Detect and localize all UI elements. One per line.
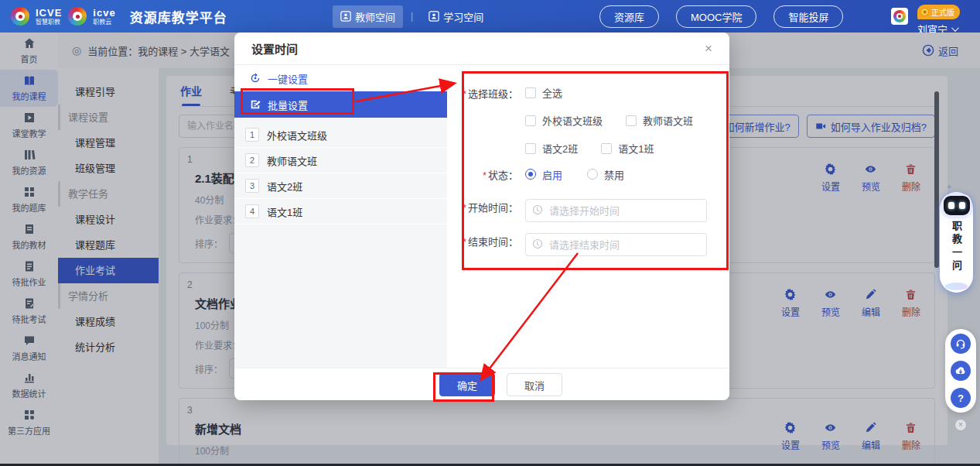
quick-panel-close-icon[interactable]: ×	[954, 419, 967, 431]
student-space-label: 学习空间	[443, 9, 483, 24]
refresh-circle-icon	[250, 73, 261, 84]
required-mark: *	[463, 202, 466, 214]
logo1-title: ICVE	[36, 8, 62, 18]
teacher-space-label: 教师空间	[355, 9, 395, 24]
status-disabled-radio[interactable]: 禁用	[587, 166, 624, 182]
user-account-area: ★ 正式版 刘宵宁	[917, 3, 960, 36]
dialog-title: 设置时间	[251, 40, 298, 57]
logo2-title: icve	[93, 8, 115, 18]
smart-cast-button[interactable]: 智能投屏	[773, 5, 843, 28]
class-checkbox-jiaoshi[interactable]: 教师语文班	[626, 113, 693, 128]
mini-app-icon[interactable]	[891, 8, 908, 25]
status-label: *状态：	[453, 166, 518, 182]
menu-label: 一键设置	[268, 71, 308, 86]
checkbox-icon	[626, 115, 637, 126]
robot-wave-decoration	[945, 283, 968, 290]
resource-library-button[interactable]: 资源库	[599, 5, 659, 28]
space-switch-nav: 教师空间 | 学习空间	[333, 0, 491, 33]
sparkle-icon: ✦	[946, 183, 952, 191]
end-time-label: *结束时间：	[453, 233, 518, 256]
select-class-label: *选择班级：	[453, 85, 518, 156]
checkbox-icon	[525, 115, 536, 126]
chevron-down-icon	[951, 24, 959, 32]
dialog-header: 设置时间 ×	[234, 33, 729, 65]
document-edit-icon	[250, 99, 261, 110]
class-number-badge: 3	[245, 179, 259, 193]
set-time-dialog: 设置时间 × 一键设置 批量设置 1 外校语文班级	[234, 33, 729, 400]
class-list-item[interactable]: 2 教师语文班	[234, 148, 447, 173]
app-window: ICVE 智慧职教 icve 职教云 资源库教学平台 教师空间 | 学习空间 资…	[0, 0, 980, 466]
class-checkbox-yuwen2[interactable]: 语文2班	[525, 141, 578, 156]
mini-swirl-icon	[893, 10, 906, 22]
dialog-footer: 确定 取消	[234, 368, 729, 400]
class-name: 语文2班	[267, 179, 302, 194]
platform-title: 资源库教学平台	[130, 7, 227, 26]
quick-tools-panel: ?	[945, 329, 976, 413]
icve-swirl-logo-icon	[11, 7, 29, 26]
status-enabled-radio[interactable]: 启用	[525, 166, 562, 182]
dialog-left-menu: 一键设置 批量设置 1 外校语文班级 2 教师语文班 3	[234, 65, 447, 368]
class-list-item[interactable]: 4 语文1班	[234, 199, 447, 224]
download-button[interactable]	[951, 361, 971, 381]
question-mark-icon: ?	[958, 392, 964, 404]
teacher-space-button[interactable]: 教师空间	[333, 5, 403, 28]
radio-label: 启用	[542, 167, 562, 182]
checkbox-icon	[601, 143, 612, 154]
confirm-button[interactable]: 确定	[439, 373, 495, 396]
clock-icon	[532, 238, 543, 249]
radio-label: 禁用	[604, 167, 624, 182]
one-key-setting-item[interactable]: 一键设置	[234, 65, 447, 91]
checkbox-label: 教师语文班	[643, 113, 693, 128]
class-list-item[interactable]: 1 外校语文班级	[234, 122, 447, 148]
space-divider: |	[411, 11, 413, 22]
checkbox-icon	[525, 87, 536, 98]
close-icon[interactable]: ×	[705, 42, 712, 55]
class-name: 语文1班	[267, 204, 302, 219]
class-checkbox-waixiao[interactable]: 外校语文班级	[525, 113, 603, 128]
class-name: 教师语文班	[267, 153, 317, 168]
clock-icon	[532, 204, 543, 215]
start-time-input[interactable]	[525, 199, 707, 222]
header-pill-nav: 资源库 MOOC学院 智能投屏	[599, 0, 843, 33]
start-time-label: *开始时间：	[453, 199, 518, 222]
assistant-widget[interactable]: ✦ 职教一问	[940, 192, 973, 293]
radio-icon	[587, 169, 598, 180]
select-all-checkbox[interactable]: 全选	[525, 85, 562, 100]
customer-service-button[interactable]	[951, 334, 971, 354]
robot-face-icon	[944, 196, 970, 215]
class-checkbox-yuwen1[interactable]: 语文1班	[601, 141, 654, 156]
batch-setting-item[interactable]: 批量设置	[234, 91, 447, 118]
checkbox-label: 全选	[542, 85, 562, 100]
brand-logos: ICVE 智慧职教 icve 职教云 资源库教学平台	[11, 7, 227, 26]
zhijiaoyun-swirl-logo-icon	[68, 7, 87, 26]
end-time-input[interactable]	[525, 233, 707, 256]
version-badge: ★ 正式版	[917, 5, 960, 19]
checkbox-label: 外校语文班级	[542, 113, 603, 128]
help-button[interactable]: ?	[951, 388, 971, 408]
medal-icon: ★	[920, 8, 929, 16]
student-space-button[interactable]: 学习空间	[421, 5, 491, 28]
top-header: ICVE 智慧职教 icve 职教云 资源库教学平台 教师空间 | 学习空间 资…	[0, 0, 980, 33]
version-badge-label: 正式版	[931, 6, 954, 18]
checkbox-label: 语文1班	[618, 141, 654, 156]
radio-selected-icon	[525, 169, 536, 180]
menu-label: 批量设置	[268, 98, 308, 112]
icve-logo-text: ICVE 智慧职教	[36, 8, 62, 26]
student-space-icon	[429, 11, 439, 22]
class-list-item[interactable]: 3 语文2班	[234, 173, 447, 199]
cancel-button[interactable]: 取消	[507, 373, 562, 396]
robot-eye	[948, 202, 954, 209]
batch-setting-form: *选择班级： 全选 外校语文班级	[447, 65, 729, 368]
required-mark: *	[463, 88, 466, 100]
zhijiaoyun-logo-text: icve 职教云	[93, 8, 115, 26]
class-name: 外校语文班级	[267, 128, 327, 142]
checkbox-label: 语文2班	[542, 141, 578, 156]
checkbox-icon	[525, 143, 536, 154]
headset-icon	[955, 338, 966, 349]
class-list: 1 外校语文班级 2 教师语文班 3 语文2班 4 语文1班	[234, 118, 447, 368]
class-number-badge: 1	[245, 128, 259, 142]
required-mark: *	[463, 236, 466, 248]
logo2-subtitle: 职教云	[93, 19, 115, 26]
class-number-badge: 2	[245, 153, 259, 167]
mooc-college-button[interactable]: MOOC学院	[676, 5, 756, 28]
